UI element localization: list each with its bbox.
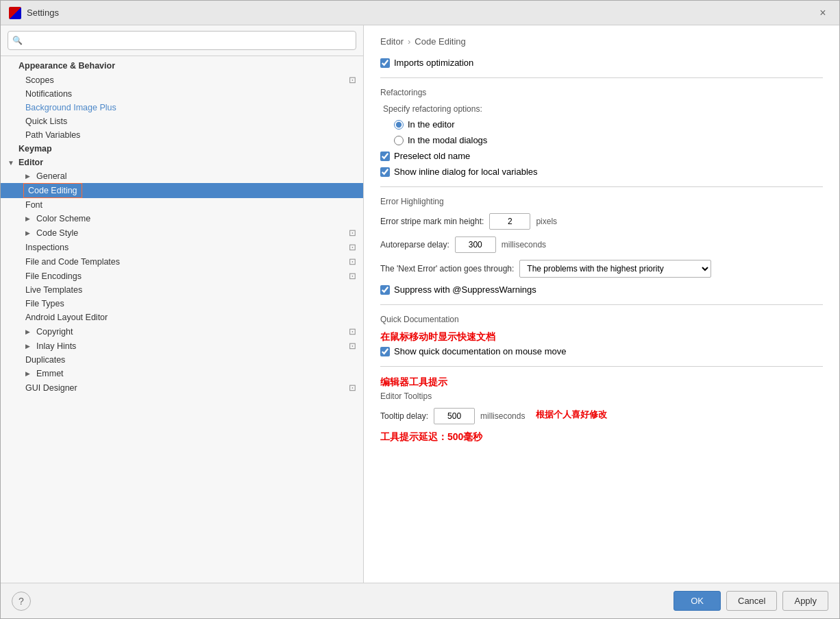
sidebar-item-label: Font [25, 200, 42, 210]
settings-window: Settings × 🔍 Appearance & Behavior [0, 0, 840, 619]
error-highlighting-label: Error Highlighting [380, 197, 823, 206]
sidebar-item-android-layout[interactable]: Android Layout Editor [1, 311, 363, 324]
sidebar-item-inlay-hints[interactable]: ▶ Inlay Hints ⊡ [1, 339, 363, 353]
right-panel: Editor › Code Editing Imports optimizati… [364, 25, 839, 583]
ok-button[interactable]: OK [674, 591, 721, 611]
sidebar-item-label: Notifications [25, 89, 72, 99]
search-input[interactable] [8, 31, 356, 50]
sidebar-item-quick-lists[interactable]: Quick Lists [1, 114, 363, 128]
refactoring-options-group: In the editor In the modal dialogs [380, 119, 823, 145]
imports-optimization-checkbox[interactable] [380, 58, 390, 68]
search-wrapper: 🔍 [8, 31, 356, 50]
show-quick-doc-label: Show quick documentation on mouse move [394, 346, 566, 356]
show-quick-doc-row: Show quick documentation on mouse move [380, 346, 823, 356]
cancel-button[interactable]: Cancel [726, 591, 777, 611]
breadcrumb: Editor › Code Editing [380, 36, 823, 47]
sidebar-item-appearance[interactable]: Appearance & Behavior [1, 59, 363, 73]
sidebar-item-copyright[interactable]: ▶ Copyright ⊡ [1, 324, 363, 339]
show-inline-checkbox[interactable] [380, 167, 390, 177]
sidebar-item-emmet[interactable]: ▶ Emmet [1, 367, 363, 380]
autoreparse-input[interactable] [455, 236, 496, 253]
arrow-icon: ▶ [25, 230, 34, 236]
next-error-label: The 'Next Error' action goes through: [380, 264, 514, 274]
arrow-icon: ▶ [25, 343, 34, 350]
sidebar-item-file-types[interactable]: File Types [1, 297, 363, 311]
sidebar-item-gui-designer[interactable]: GUI Designer ⊡ [1, 380, 363, 395]
arrow-icon: ▶ [25, 173, 34, 180]
editor-tooltips-annotation-top: 编辑器工具提示 [380, 376, 823, 389]
modal-dialogs-row: In the modal dialogs [394, 135, 823, 145]
imports-optimization-row: Imports optimization [380, 58, 823, 68]
tooltip-delay-unit: milliseconds [480, 411, 525, 421]
sidebar-item-scopes[interactable]: Scopes ⊡ [1, 73, 363, 87]
next-error-row: The 'Next Error' action goes through: Th… [380, 260, 823, 278]
tooltip-delay-label: Tooltip delay: [380, 411, 428, 421]
app-icon [9, 7, 21, 19]
close-button[interactable]: × [815, 5, 831, 21]
sidebar-item-code-style[interactable]: ▶ Code Style ⊡ [1, 226, 363, 240]
autoreparse-label: Autoreparse delay: [380, 240, 449, 250]
sidebar-item-font[interactable]: Font [1, 198, 363, 212]
sidebar-item-label: Editor [18, 158, 43, 167]
editor-tooltips-label: Editor Tooltips [380, 391, 823, 401]
autoreparse-unit: milliseconds [502, 240, 546, 250]
breadcrumb-separator: › [408, 36, 410, 47]
sidebar-item-background-image[interactable]: Background Image Plus [1, 101, 363, 114]
sidebar-item-label: Android Layout Editor [25, 313, 108, 322]
sidebar-item-code-editing[interactable]: Code Editing [1, 183, 363, 198]
badge-icon: ⊡ [349, 256, 356, 267]
sidebar-item-label: Appearance & Behavior [18, 61, 115, 71]
sidebar-item-path-variables[interactable]: Path Variables [1, 128, 363, 142]
help-button[interactable]: ? [12, 592, 31, 611]
in-editor-row: In the editor [394, 119, 823, 130]
sidebar-item-label: GUI Designer [25, 383, 77, 393]
breadcrumb-part-1: Editor [380, 36, 404, 47]
sidebar-item-keymap[interactable]: Keymap [1, 142, 363, 156]
sidebar-item-file-encodings[interactable]: File Encodings ⊡ [1, 269, 363, 283]
sidebar-item-label: Duplicates [25, 355, 65, 365]
action-buttons: OK Cancel Apply [674, 591, 828, 611]
sidebar-item-live-templates[interactable]: Live Templates [1, 283, 363, 297]
sidebar-item-label: General [36, 171, 66, 181]
suppress-checkbox[interactable] [380, 285, 390, 295]
sidebar-item-color-scheme[interactable]: ▶ Color Scheme [1, 212, 363, 226]
modal-dialogs-label: In the modal dialogs [408, 135, 487, 145]
sidebar-item-inspections[interactable]: Inspections ⊡ [1, 240, 363, 254]
tooltip-delay-input[interactable] [434, 408, 475, 424]
stripe-row: Error stripe mark min height: pixels [380, 213, 823, 230]
sidebar-item-label: Background Image Plus [25, 103, 116, 112]
arrow-icon: ▶ [25, 215, 34, 222]
sidebar-item-label: File Encodings [25, 271, 82, 281]
badge-icon: ⊡ [349, 242, 356, 252]
sidebar-item-label: Color Scheme [36, 214, 90, 223]
preselect-checkbox[interactable] [380, 151, 390, 161]
right-content: Editor › Code Editing Imports optimizati… [364, 25, 839, 583]
sidebar-item-general[interactable]: ▶ General [1, 169, 363, 183]
suppress-row: Suppress with @SuppressWarnings [380, 284, 823, 295]
sidebar-item-notifications[interactable]: Notifications [1, 87, 363, 101]
preselect-label: Preselect old name [394, 151, 470, 161]
autoreparse-row: Autoreparse delay: milliseconds [380, 236, 823, 253]
window-title: Settings [27, 8, 815, 18]
show-inline-row: Show inline dialog for local variables [380, 167, 823, 177]
sidebar-item-label: Code Editing [25, 185, 80, 196]
sidebar-item-label: Emmet [36, 369, 64, 378]
in-editor-label: In the editor [408, 119, 455, 130]
sidebar-item-file-code-templates[interactable]: File and Code Templates ⊡ [1, 254, 363, 269]
badge-icon: ⊡ [349, 75, 356, 85]
next-error-select[interactable]: The problems with the highest priority A… [519, 260, 711, 278]
modal-dialogs-radio[interactable] [394, 136, 404, 145]
content-area: 🔍 Appearance & Behavior Scopes ⊡ Notific… [1, 25, 839, 583]
stripe-label: Error stripe mark min height: [380, 217, 484, 226]
apply-button[interactable]: Apply [782, 591, 828, 611]
arrow-icon: ▶ [25, 328, 34, 335]
suppress-label: Suppress with @SuppressWarnings [394, 284, 536, 295]
stripe-input[interactable] [489, 213, 530, 230]
editor-tooltips-annotation-bottom: 工具提示延迟：500毫秒 [380, 431, 823, 444]
sidebar-item-duplicates[interactable]: Duplicates [1, 353, 363, 367]
in-editor-radio[interactable] [394, 120, 404, 130]
sidebar-item-label: Quick Lists [25, 117, 67, 126]
arrow-icon: ▼ [8, 159, 16, 167]
show-quick-doc-checkbox[interactable] [380, 347, 390, 356]
sidebar-item-editor[interactable]: ▼ Editor [1, 156, 363, 169]
